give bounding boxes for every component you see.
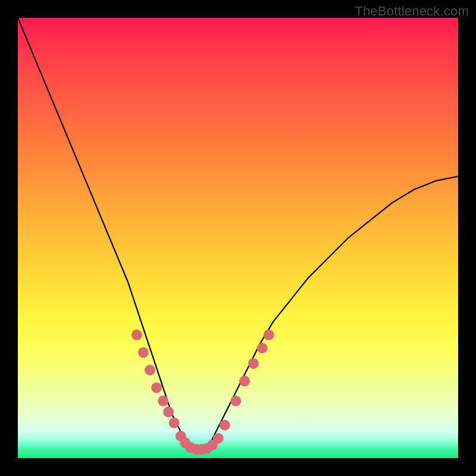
curve-marker [131,330,142,340]
bottleneck-curve-line [18,18,458,449]
curve-marker [257,343,268,353]
curve-marker [213,433,224,444]
curve-marker [138,347,149,358]
curve-marker [158,396,168,406]
curve-marker [264,330,274,340]
curve-markers [131,330,274,455]
curve-marker [151,383,162,393]
chart-frame: TheBottleneck.com [0,0,476,476]
curve-marker [248,358,259,369]
curve-marker [239,376,250,387]
curve-marker [145,365,155,375]
plot-area [18,18,458,458]
watermark-text: TheBottleneck.com [355,4,469,19]
curve-marker [220,420,230,431]
bottleneck-chart-svg [18,18,458,458]
curve-marker [230,396,241,406]
curve-marker [163,406,174,417]
curve-marker [169,418,180,428]
